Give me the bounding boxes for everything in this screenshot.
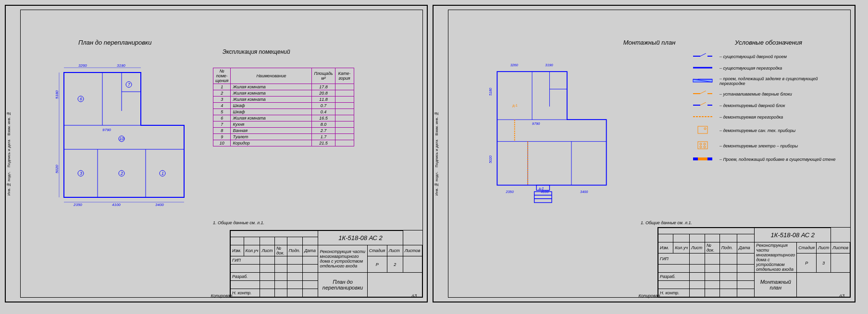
sheet-1: Инв. № подл. Подпись и дата Взам. инв. №…: [5, 5, 428, 302]
svg-text:1: 1: [161, 171, 164, 176]
footer: Копировал: [211, 293, 233, 298]
svg-line-64: [700, 102, 706, 105]
svg-rect-75: [698, 157, 707, 160]
svg-point-71: [704, 143, 706, 145]
svg-text:5020: 5020: [488, 156, 493, 163]
svg-text:2: 2: [120, 171, 123, 176]
svg-text:3260: 3260: [510, 63, 518, 67]
svg-point-72: [700, 146, 702, 148]
svg-text:3190: 3190: [545, 63, 553, 67]
table-row: 5Шкаф0.4: [213, 109, 354, 115]
plan-title: План до перепланировки: [78, 39, 151, 46]
svg-text:д-1: д-1: [512, 103, 518, 108]
svg-point-68: [704, 128, 706, 130]
table-row: 4Шкаф0.7: [213, 103, 354, 109]
explication-title: Экспликация помещений: [223, 48, 290, 55]
legend-symbol-icon: [689, 91, 716, 97]
drawing-frame: Монтажный план Условные обозначения: [448, 10, 851, 298]
svg-text:3400: 3400: [580, 190, 588, 194]
svg-text:5180: 5180: [488, 88, 493, 96]
legend: – существующий дверной проем– существующ…: [689, 53, 838, 168]
note: 1. Общие данные см. л.1.: [641, 220, 692, 225]
svg-line-54: [700, 53, 706, 56]
svg-text:5020: 5020: [55, 165, 59, 173]
table-row: 8Ванная2.7: [213, 128, 354, 134]
footer: Копировал: [639, 293, 660, 298]
drawing-frame: План до перепланировки Экспликация помещ…: [20, 10, 423, 298]
title-block-1: 1К-518-08 АС 2 Изм.Кол.учЛист№ док.Подп.…: [230, 230, 422, 297]
svg-point-70: [700, 143, 702, 145]
svg-text:3260: 3260: [78, 63, 87, 68]
format: А3: [839, 293, 844, 298]
svg-line-61: [700, 91, 706, 94]
table-row: 7Кухня8.0: [213, 121, 354, 128]
svg-rect-69: [698, 142, 707, 149]
legend-symbol-icon: [689, 156, 716, 163]
legend-item: – Проем, подлежащий пробивке в существую…: [689, 156, 838, 163]
table-row: 3Жилая комната11.8: [213, 97, 354, 103]
legend-symbol-icon: [689, 114, 716, 121]
svg-rect-74: [693, 157, 698, 160]
legend-item: – демонтируемая перегородка: [689, 114, 838, 121]
svg-text:д-2: д-2: [539, 186, 544, 191]
note: 1. Общие данные см. л.1.: [213, 220, 264, 225]
svg-point-73: [704, 146, 706, 148]
legend-symbol-icon: [689, 102, 716, 109]
svg-text:9790: 9790: [532, 121, 540, 126]
side-labels: Инв. № подл. Подпись и дата Взам. инв. №: [7, 111, 11, 196]
legend-item: – проем, подлежащий заделке в существующ…: [689, 76, 838, 86]
svg-text:3400: 3400: [155, 203, 164, 207]
svg-text:10: 10: [119, 136, 124, 141]
table-row: 9Туалет1.7: [213, 134, 354, 140]
legend-item: – демонтируемые сан. тех. приборы: [689, 125, 838, 136]
legend-title: Условные обозначения: [735, 39, 802, 46]
legend-symbol-icon: [689, 125, 716, 136]
table-row: 2Жилая комната20.8: [213, 90, 354, 97]
svg-rect-76: [707, 157, 712, 160]
floor-plan-before: 3260 3190 5180 9790 5020 2350 4100 3400 …: [54, 63, 194, 207]
svg-text:3190: 3190: [117, 63, 125, 68]
svg-rect-67: [698, 126, 707, 133]
table-row: 1Жилая комната17.8: [213, 84, 354, 90]
legend-symbol-icon: [689, 65, 716, 72]
legend-symbol-icon: [689, 78, 716, 85]
side-labels: Инв. № подл. Подпись и дата Взам. инв. №: [434, 111, 439, 196]
svg-text:7: 7: [128, 82, 131, 87]
table-row: 10Коридор21.5: [213, 140, 354, 146]
svg-text:2350: 2350: [73, 203, 82, 207]
svg-text:9790: 9790: [102, 128, 111, 132]
svg-text:4100: 4100: [112, 203, 121, 207]
format: А3: [411, 293, 417, 298]
legend-item: – существующий дверной проем: [689, 53, 838, 60]
svg-text:6: 6: [80, 97, 82, 101]
svg-text:3: 3: [80, 171, 82, 176]
svg-text:2350: 2350: [506, 190, 514, 194]
legend-item: – демонтируемые электро – приборы: [689, 141, 838, 151]
table-row: 6Жилая комната16.5: [213, 115, 354, 121]
legend-item: – демонтируемый дверной блок: [689, 102, 838, 109]
title-block-2: 1К-518-08 АС 2 Изм.Кол.учЛист№ док.Подп.…: [657, 227, 850, 297]
sheet-2: Инв. № подл. Подпись и дата Взам. инв. №…: [433, 5, 856, 302]
explication-table: № поме-щения Наименование Площадь м² Кат…: [213, 68, 354, 146]
legend-item: – существующая перегородка: [689, 65, 838, 72]
plan-title: Монтажный план: [623, 39, 676, 46]
legend-symbol-icon: [689, 53, 716, 60]
legend-item: – устанавливаемые дверные блоки: [689, 91, 838, 97]
floor-plan-assembly: 3260 3190 5180 9790 5020 2350 4100 3400 …: [482, 63, 621, 207]
svg-text:5180: 5180: [55, 90, 59, 99]
legend-symbol-icon: [689, 141, 716, 151]
